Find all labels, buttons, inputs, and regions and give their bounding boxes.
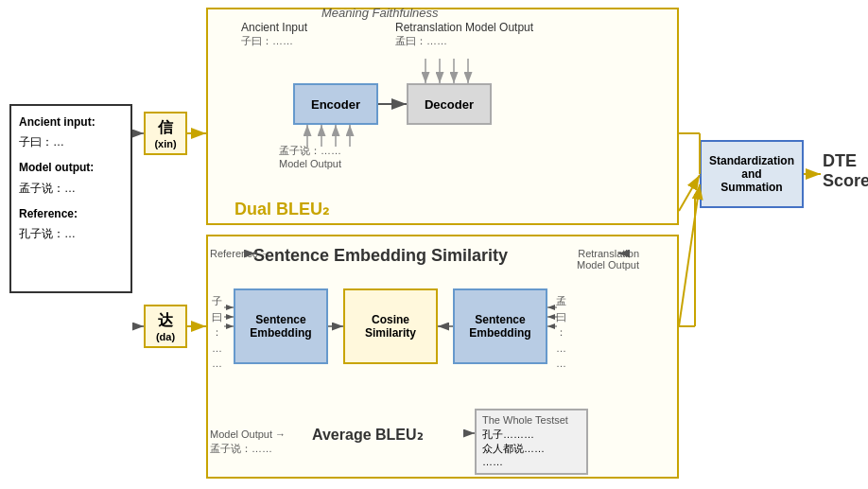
testset-line1: 孔子……… (482, 428, 581, 442)
da-box: 达 (da) (144, 305, 187, 348)
xin-box: 信 (xin) (144, 112, 187, 155)
model-output-label: Model output: (19, 159, 123, 177)
lower-left-chinese: 子曰：…… (212, 293, 222, 372)
testset-line3: …… (482, 456, 581, 467)
se-right-label: Sentence Embedding (455, 313, 546, 340)
cosine-label: Cosine Similarity (345, 313, 436, 340)
testset-title: The Whole Testset (482, 414, 581, 426)
testset-box: The Whole Testset 孔子……… 众人都说…… …… (475, 409, 588, 475)
panel-model-output: 孟子说：…… Model Output (279, 144, 341, 169)
dual-bleu-label: Dual BLEU₂ (234, 199, 329, 219)
ancient-input-box: Ancient input: 子曰：… Model output: 孟子说：… … (9, 104, 132, 293)
svg-line-17 (679, 175, 700, 211)
dte-label: DTE Score (823, 151, 868, 190)
model-output-lower: Model Output → 孟子说：…… (210, 428, 286, 457)
da-pinyin: (da) (156, 331, 175, 342)
model-output-line: 孟子说：… (19, 180, 123, 198)
svg-line-18 (679, 184, 700, 326)
ancient-input-line1: 子曰：… (19, 133, 123, 151)
std-box: Standardization and Summation (700, 140, 804, 208)
diagram: Ancient input: 子曰：… Model output: 孟子说：… … (0, 0, 868, 489)
upper-panel-title: Meaning Faithfulness (321, 6, 439, 20)
panel-ancient-input-label: Ancient Input 子曰：…… (241, 21, 307, 48)
testset-line2: 众人都说…… (482, 442, 581, 456)
da-char: 达 (158, 311, 173, 331)
cosine-box: Cosine Similarity (343, 288, 438, 364)
ancient-input-label: Ancient input: (19, 114, 123, 131)
retrans-arrow-label: RetranslationModel Output (577, 248, 639, 271)
reference-line: 孔子说：… (19, 225, 123, 243)
dte-score: DTE Score (823, 151, 868, 191)
std-label: Standardization and Summation (709, 154, 794, 194)
avg-bleu-label: Average BLEU₂ (312, 426, 423, 444)
panel-retranslation-label: Retranslation Model Output 孟曰：…… (395, 21, 533, 48)
se-box-left: Sentence Embedding (234, 288, 328, 364)
lower-right-chinese: 孟曰：…… (556, 293, 566, 372)
xin-char: 信 (158, 118, 173, 138)
se-box-right: Sentence Embedding (453, 288, 547, 364)
ses-title: Sentence Embedding Similarity (253, 246, 508, 266)
reference-arrow-label: Reference → (210, 248, 271, 259)
se-left-label: Sentence Embedding (235, 313, 326, 340)
reference-label: Reference: (19, 205, 123, 223)
decoder-box: Decoder (407, 83, 492, 125)
encoder-label: Encoder (311, 97, 360, 112)
xin-pinyin: (xin) (154, 138, 176, 149)
decoder-label: Decoder (425, 97, 474, 112)
encoder-box: Encoder (293, 83, 378, 125)
